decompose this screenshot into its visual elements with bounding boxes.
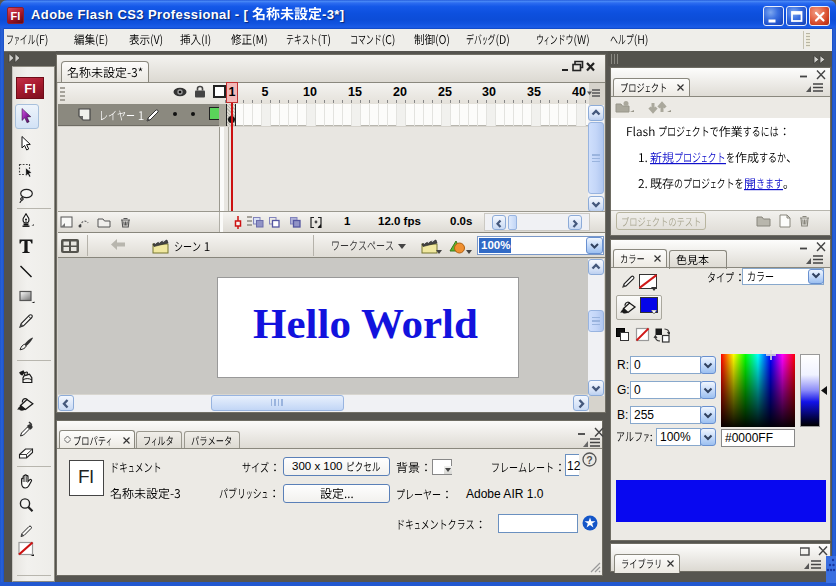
svg-text:?: ? xyxy=(586,454,592,466)
